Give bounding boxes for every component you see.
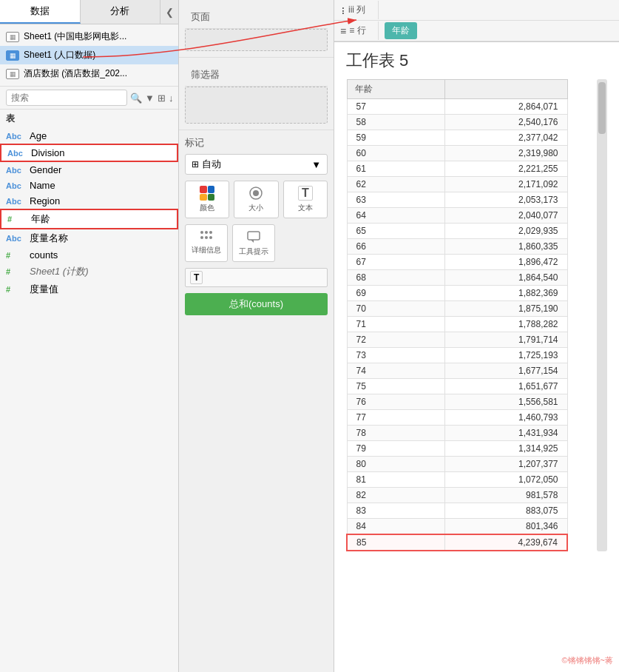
datasource-label-1: Sheet1 (人口数据) xyxy=(24,49,172,61)
marks-color-button[interactable]: 颜色 xyxy=(185,181,229,218)
cell-count: 1,791,714 xyxy=(444,332,567,348)
cell-age: 84 xyxy=(347,519,444,535)
table-row: 781,431,934 xyxy=(347,426,567,441)
col-header-count xyxy=(444,80,567,99)
tab-analysis[interactable]: 分析 xyxy=(81,0,161,24)
marks-dropdown-label: 自动 xyxy=(202,158,308,171)
cell-count: 1,556,581 xyxy=(444,394,567,410)
cell-count: 1,207,377 xyxy=(444,457,567,472)
field-type-name: Abc xyxy=(6,181,25,190)
marks-row2: 详细信息 工具提示 xyxy=(185,224,328,262)
filters-drop-zone[interactable] xyxy=(185,87,328,124)
cell-age: 76 xyxy=(347,394,444,410)
field-type-region: Abc xyxy=(6,197,25,206)
cell-age: 83 xyxy=(347,503,444,519)
table-row: 642,040,077 xyxy=(347,208,567,224)
marks-tooltip-button[interactable]: 工具提示 xyxy=(232,224,275,262)
cell-age: 59 xyxy=(347,130,444,146)
field-type-nianliang: # xyxy=(7,215,27,224)
cell-age: 65 xyxy=(347,224,444,239)
cell-age: 77 xyxy=(347,410,444,426)
field-type-measure-name: Abc xyxy=(6,234,25,243)
cell-count: 883,075 xyxy=(444,503,567,519)
datasource-item-0[interactable]: ▦ Sheet1 (中国电影网电影... xyxy=(0,27,178,46)
tab-data[interactable]: 数据 xyxy=(0,0,81,24)
columns-icon: ⫶ xyxy=(340,4,345,16)
cell-count: 1,896,472 xyxy=(444,255,567,270)
pages-drop-zone[interactable] xyxy=(185,29,328,51)
datasource-item-2[interactable]: ▦ 酒店数据 (酒店数据_202... xyxy=(0,64,178,83)
marks-size-button[interactable]: 大小 xyxy=(234,181,278,218)
cell-count: 2,040,077 xyxy=(444,208,567,224)
field-item-measure-name[interactable]: Abc 度量名称 xyxy=(0,229,178,247)
cell-count: 1,725,193 xyxy=(444,348,567,363)
svg-marker-9 xyxy=(251,240,254,243)
cell-count: 1,788,282 xyxy=(444,317,567,332)
cell-count: 2,377,042 xyxy=(444,130,567,146)
field-name-sheet1-count: Sheet1 (计数) xyxy=(30,265,172,278)
columns-shelf-content[interactable] xyxy=(379,9,619,12)
field-name-measure-name: 度量名称 xyxy=(30,232,172,245)
field-item-age[interactable]: Abc Age xyxy=(0,128,178,144)
field-item-region[interactable]: Abc Region xyxy=(0,193,178,209)
table-row: 582,540,176 xyxy=(347,115,567,130)
table-row: 741,677,154 xyxy=(347,363,567,379)
cell-age: 68 xyxy=(347,270,444,286)
rows-pill-age[interactable]: 年龄 xyxy=(385,22,417,39)
cell-age: 66 xyxy=(347,239,444,255)
scrollbar-thumb[interactable] xyxy=(598,82,606,134)
data-sources-list: ▦ Sheet1 (中国电影网电影... ▦ Sheet1 (人口数据) ▦ 酒… xyxy=(0,24,178,87)
marks-type-dropdown[interactable]: ⊞ 自动 ▼ xyxy=(185,154,328,175)
cell-age: 71 xyxy=(347,317,444,332)
table-row: 82981,578 xyxy=(347,488,567,503)
cell-count: 1,864,540 xyxy=(444,270,567,286)
filter-icon[interactable]: ▼ xyxy=(145,93,155,104)
field-name-nianliang: 年龄 xyxy=(31,212,171,226)
svg-point-4 xyxy=(209,231,212,234)
panel-collapse-button[interactable]: ❮ xyxy=(160,0,178,24)
field-name-gender: Gender xyxy=(30,164,172,175)
main-panel: ⫶ iii 列 ≡ ≡ 行 年龄 xyxy=(334,0,619,672)
cell-count: 2,864,071 xyxy=(444,99,567,115)
table-row: 761,556,581 xyxy=(347,394,567,410)
field-name-age: Age xyxy=(30,130,172,141)
cell-count: 1,072,050 xyxy=(444,472,567,488)
sort-icon[interactable]: ↓ xyxy=(169,93,174,104)
field-item-measure-value[interactable]: # 度量值 xyxy=(0,280,178,298)
grid-view-icon[interactable]: ⊞ xyxy=(158,93,166,104)
rows-shelf-label: ≡ ≡ 行 xyxy=(334,21,379,40)
filters-label: 筛选器 xyxy=(185,64,328,87)
marks-buttons-grid: 颜色 大小 T 文本 xyxy=(185,181,328,218)
total-sum-button[interactable]: 总和(counts) xyxy=(185,293,328,315)
cell-age: 61 xyxy=(347,161,444,177)
table-row: 791,314,925 xyxy=(347,441,567,457)
search-icon[interactable]: 🔍 xyxy=(130,93,142,104)
scrollbar-track[interactable] xyxy=(597,79,607,551)
cell-age: 74 xyxy=(347,363,444,379)
marks-detail-label: 详细信息 xyxy=(192,245,221,255)
marks-detail-button[interactable]: 详细信息 xyxy=(185,224,228,262)
field-name-measure-value: 度量值 xyxy=(30,283,172,296)
datasource-icon-0: ▦ xyxy=(6,32,19,42)
marks-text-button[interactable]: T 文本 xyxy=(283,181,328,218)
field-item-nianliang[interactable]: # 年龄 xyxy=(0,209,178,229)
table-row: 572,864,071 xyxy=(347,99,567,115)
table-row: 751,651,677 xyxy=(347,379,567,394)
search-input[interactable] xyxy=(6,90,127,106)
pages-section: 页面 xyxy=(179,0,334,58)
cell-age: 57 xyxy=(347,99,444,115)
fields-list: Abc Age Abc Division Abc Gender Abc Name… xyxy=(0,128,178,672)
field-type-sheet1-count: # xyxy=(6,267,25,276)
field-item-gender[interactable]: Abc Gender xyxy=(0,162,178,178)
field-item-division[interactable]: Abc Division xyxy=(0,144,178,162)
field-item-counts[interactable]: # counts xyxy=(0,247,178,263)
field-item-name[interactable]: Abc Name xyxy=(0,178,178,193)
cell-count: 2,053,173 xyxy=(444,192,567,208)
field-item-sheet1-count[interactable]: # Sheet1 (计数) xyxy=(0,263,178,280)
svg-point-1 xyxy=(253,190,259,196)
table-row: 622,171,092 xyxy=(347,177,567,192)
datasource-item-1[interactable]: ▦ Sheet1 (人口数据) xyxy=(0,46,178,64)
data-table-container: 年龄 572,864,071582,540,176592,377,042602,… xyxy=(346,79,607,551)
table-row: 811,072,050 xyxy=(347,472,567,488)
rows-shelf-content[interactable]: 年龄 xyxy=(379,21,619,41)
